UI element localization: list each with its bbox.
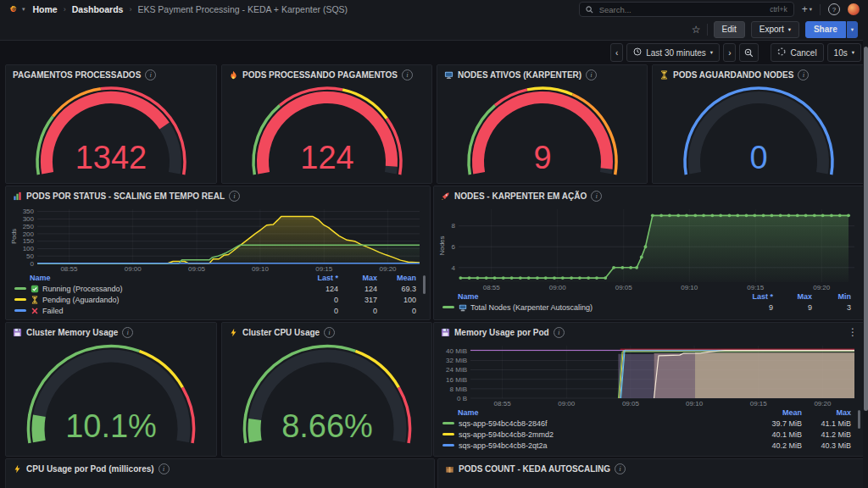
breadcrumb-dashboards[interactable]: Dashboards bbox=[72, 4, 124, 14]
panel-title[interactable]: PODS COUNT - KEDA AUTOSCALING bbox=[459, 464, 610, 474]
legend-row[interactable]: Pending (Aguardando)0317100 bbox=[9, 294, 426, 305]
svg-text:1342: 1342 bbox=[75, 140, 147, 175]
panel-title[interactable]: PODS PROCESSANDO PAGAMENTOS bbox=[242, 70, 398, 80]
legend-header-name[interactable]: Name bbox=[458, 292, 734, 301]
legend-header-stat[interactable]: Last * bbox=[734, 292, 773, 301]
panel-cluster-cpu[interactable]: Cluster CPU Usage i 8.66% bbox=[221, 322, 432, 457]
time-range-picker[interactable]: Last 30 minutes▾ bbox=[626, 43, 720, 62]
panel-title[interactable]: Cluster Memory Usage bbox=[26, 328, 118, 337]
legend-row[interactable]: Failed000 bbox=[9, 305, 426, 316]
info-icon[interactable]: i bbox=[615, 463, 626, 474]
legend-header-name[interactable]: Name bbox=[458, 408, 753, 417]
panel-pagamentos-processados[interactable]: PAGAMENTOS PROCESSADOS i 1342 bbox=[5, 64, 217, 184]
edit-button[interactable]: Edit bbox=[714, 21, 745, 38]
search-box[interactable]: ctrl+k bbox=[579, 2, 794, 17]
search-input[interactable] bbox=[598, 4, 765, 15]
loading-spinner-icon bbox=[777, 47, 786, 58]
export-button[interactable]: Export▾ bbox=[751, 21, 799, 38]
panel-pods-aguardando[interactable]: PODS AGUARDANDO NODES i 0 bbox=[652, 64, 865, 184]
rocket-icon bbox=[441, 191, 450, 201]
panel-title[interactable]: PAGAMENTOS PROCESSADOS bbox=[13, 70, 141, 80]
panel-title[interactable]: Cluster CPU Usage bbox=[242, 328, 320, 337]
panel-cluster-memory[interactable]: Cluster Memory Usage i 10.1% bbox=[5, 322, 217, 457]
user-avatar[interactable] bbox=[848, 3, 860, 15]
panel-memory-por-pod[interactable]: Memory Usage por Pod i ⋮ 0 B8 MiB16 MiB2… bbox=[433, 322, 865, 457]
panel-pods-processando[interactable]: PODS PROCESSANDO PAGAMENTOS i 124 bbox=[221, 64, 432, 184]
grafana-logo-icon[interactable] bbox=[8, 5, 18, 14]
series-name[interactable]: sqs-app-594bc4cb8-2qt2a bbox=[459, 441, 753, 450]
panel-title[interactable]: CPU Usage por Pod (millicores) bbox=[26, 464, 154, 474]
panel-cpu-por-pod[interactable]: CPU Usage por Pod (millicores) i bbox=[5, 458, 435, 488]
info-icon[interactable]: i bbox=[586, 69, 597, 80]
panel-menu-icon[interactable]: ⋮ bbox=[848, 327, 858, 337]
help-icon[interactable]: ? bbox=[828, 3, 840, 15]
search-shortcut: ctrl+k bbox=[770, 5, 787, 14]
panel-nodes-karpenter[interactable]: NODES - KARPENTER EM AÇÃO i 46808:5509:0… bbox=[433, 186, 865, 320]
pods-status-chart[interactable]: 05010015020025030035008:5509:0009:0509:1… bbox=[10, 205, 424, 273]
panel-pods-por-status[interactable]: PODS POR STATUS - SCALING EM TEMPO REAL … bbox=[5, 186, 431, 320]
panel-title[interactable]: Memory Usage por Pod bbox=[454, 328, 549, 337]
series-name[interactable]: Pending (Aguardando) bbox=[42, 296, 299, 304]
memory-pod-chart[interactable]: 0 B8 MiB16 MiB24 MiB32 MiB40 MiB08:5509:… bbox=[438, 341, 859, 408]
floppy-icon bbox=[441, 328, 450, 337]
share-options-button[interactable]: ▾ bbox=[847, 21, 858, 38]
svg-text:08:55: 08:55 bbox=[494, 400, 512, 408]
org-switcher-caret-icon[interactable]: ▾ bbox=[22, 6, 25, 13]
time-shift-forward-button[interactable]: › bbox=[723, 43, 736, 62]
info-icon[interactable]: i bbox=[591, 191, 602, 202]
series-name[interactable]: Total Nodes (Karpenter Autoscaling) bbox=[470, 303, 734, 312]
series-name[interactable]: Failed bbox=[42, 307, 299, 315]
page-scrollbar-thumb[interactable] bbox=[864, 47, 868, 411]
panel-nodes-ativos[interactable]: NODES ATIVOS (KARPENTER) i 9 bbox=[437, 64, 648, 184]
zoom-out-button[interactable] bbox=[739, 43, 759, 62]
legend-header-stat[interactable]: Mean bbox=[753, 408, 802, 417]
panel-title[interactable]: NODES - KARPENTER EM AÇÃO bbox=[454, 191, 587, 201]
star-dashboard-icon[interactable]: ☆ bbox=[692, 24, 701, 36]
series-name[interactable]: sqs-app-594bc4cb8-2mmd2 bbox=[459, 430, 753, 439]
panel-title[interactable]: PODS POR STATUS - SCALING EM TEMPO REAL bbox=[26, 191, 225, 201]
svg-text:100: 100 bbox=[23, 245, 35, 252]
panel-pods-count[interactable]: PODS COUNT - KEDA AUTOSCALING i bbox=[437, 458, 865, 488]
time-shift-back-button[interactable]: ‹ bbox=[610, 43, 623, 62]
info-icon[interactable]: i bbox=[554, 327, 565, 338]
legend-row[interactable]: Total Nodes (Karpenter Autoscaling)993 bbox=[437, 302, 861, 313]
legend-header-stat[interactable]: Max bbox=[338, 274, 377, 282]
panel-title[interactable]: PODS AGUARDANDO NODES bbox=[673, 70, 793, 80]
info-icon[interactable]: i bbox=[145, 69, 156, 80]
breadcrumb-home[interactable]: Home bbox=[33, 4, 58, 14]
svg-text:16 MiB: 16 MiB bbox=[446, 376, 467, 384]
info-icon[interactable]: i bbox=[159, 463, 170, 474]
page-scrollbar[interactable] bbox=[863, 40, 868, 488]
legend-scrollbar[interactable] bbox=[423, 275, 426, 294]
info-icon[interactable]: i bbox=[229, 191, 240, 202]
chevron-down-icon: ▾ bbox=[788, 26, 791, 33]
share-button[interactable]: Share bbox=[805, 21, 846, 38]
nodes-ativos-gauge: 9 bbox=[442, 86, 643, 179]
info-icon[interactable]: i bbox=[122, 327, 133, 338]
legend-row[interactable]: sqs-app-594bc4cb8-2mmd240.1 MiB41.2 MiB bbox=[437, 429, 861, 440]
legend-row[interactable]: sqs-app-594bc4cb8-2qt2a40.2 MiB40.3 MiB bbox=[437, 440, 861, 451]
series-name[interactable]: sqs-app-594bc4cb8-2846f bbox=[459, 419, 753, 428]
panel-title[interactable]: NODES ATIVOS (KARPENTER) bbox=[458, 70, 581, 80]
svg-text:200: 200 bbox=[23, 230, 35, 238]
nodes-chart[interactable]: 46808:5509:0009:0509:1009:1509:20Nodes bbox=[438, 205, 859, 291]
info-icon[interactable]: i bbox=[402, 69, 413, 80]
svg-text:09:20: 09:20 bbox=[813, 284, 831, 291]
legend-scrollbar[interactable] bbox=[858, 410, 860, 429]
legend-header-stat[interactable]: Mean bbox=[377, 274, 416, 282]
legend-row[interactable]: sqs-app-594bc4cb8-2846f39.7 MiB41.1 MiB bbox=[437, 418, 861, 429]
pagamentos-gauge: 1342 bbox=[10, 86, 212, 179]
refresh-interval-picker[interactable]: 10s▾ bbox=[827, 43, 861, 62]
add-new-button[interactable]: +▾ bbox=[802, 3, 812, 15]
svg-text:09:05: 09:05 bbox=[188, 265, 206, 273]
legend-header-stat[interactable]: Last * bbox=[299, 274, 338, 282]
series-name[interactable]: Running (Processando) bbox=[42, 285, 299, 293]
refresh-cancel-button[interactable]: Cancel bbox=[771, 43, 823, 62]
legend-header-name[interactable]: Name bbox=[30, 274, 299, 282]
legend-header-stat[interactable]: Min bbox=[812, 292, 851, 301]
legend-row[interactable]: Running (Processando)12412469.3 bbox=[9, 283, 426, 294]
info-icon[interactable]: i bbox=[324, 327, 335, 338]
legend-header-stat[interactable]: Max bbox=[773, 292, 812, 301]
legend-header-stat[interactable]: Max bbox=[802, 408, 851, 417]
info-icon[interactable]: i bbox=[798, 69, 809, 80]
